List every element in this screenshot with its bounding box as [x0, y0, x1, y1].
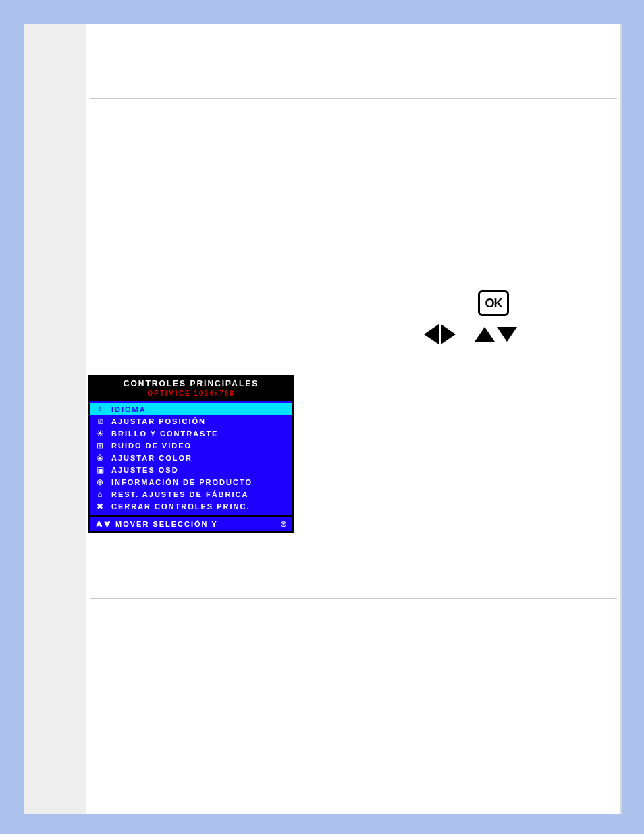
- osd-menu: CONTROLES PRINCIPALES OPTIMICE 1024x768 …: [88, 375, 294, 533]
- osd-item-cerrar-label: CERRAR CONTROLES PRINC.: [111, 502, 250, 511]
- osd-item-ajustar-posicion[interactable]: ⎚AJUSTAR POSICIÓN: [90, 415, 292, 427]
- osd-item-ajustes-osd-icon: ▣: [95, 465, 105, 475]
- osd-item-restaurar-fabrica-label: REST. AJUSTES DE FÁBRICA: [111, 490, 248, 498]
- osd-item-ajustes-osd-label: AJUSTES OSD: [111, 466, 179, 474]
- osd-item-ajustar-color-icon: ❀: [95, 453, 105, 463]
- osd-footer-nav-icon: ⮝⮟: [95, 519, 111, 529]
- osd-item-brillo-contraste-label: BRILLO Y CONTRASTE: [111, 429, 218, 438]
- arrow-left-icon: [424, 324, 439, 344]
- osd-item-ruido-video-label: RUIDO DE VÍDEO: [111, 442, 192, 450]
- osd-item-cerrar-icon: ✖: [95, 502, 105, 511]
- nav-arrows-icon: [424, 324, 517, 344]
- osd-footer-ok-icon: ⊛: [280, 519, 287, 529]
- sidebar: [24, 24, 86, 814]
- osd-item-informacion-producto[interactable]: ⊕INFORMACIÓN DE PRODUCTO: [90, 476, 292, 488]
- osd-footer: ⮝⮟ MOVER SELECCIÓN Y ⊛: [90, 515, 292, 531]
- osd-item-idioma-label: IDIOMA: [111, 405, 146, 413]
- osd-item-ajustar-color[interactable]: ❀AJUSTAR COLOR: [90, 452, 292, 464]
- osd-item-ajustar-color-label: AJUSTAR COLOR: [111, 454, 192, 462]
- osd-item-informacion-producto-icon: ⊕: [95, 477, 105, 487]
- osd-title: CONTROLES PRINCIPALES: [90, 376, 292, 390]
- osd-item-cerrar[interactable]: ✖CERRAR CONTROLES PRINC.: [90, 500, 292, 513]
- osd-item-ruido-video[interactable]: ⊞RUIDO DE VÍDEO: [90, 440, 292, 452]
- up-down-arrows-icon: [475, 327, 517, 342]
- osd-item-idioma-icon: ✧: [95, 405, 105, 414]
- osd-item-ajustar-posicion-label: AJUSTAR POSICIÓN: [111, 417, 206, 425]
- osd-item-brillo-contraste-icon: ☀: [95, 429, 105, 438]
- ok-button-icon: OK: [478, 290, 509, 316]
- osd-footer-text: MOVER SELECCIÓN Y: [115, 520, 218, 528]
- osd-subtitle: OPTIMICE 1024x768: [90, 390, 292, 401]
- osd-item-informacion-producto-label: INFORMACIÓN DE PRODUCTO: [111, 478, 252, 486]
- osd-item-restaurar-fabrica-icon: ⌂: [95, 490, 105, 499]
- osd-item-restaurar-fabrica[interactable]: ⌂REST. AJUSTES DE FÁBRICA: [90, 488, 292, 500]
- left-right-arrows-icon: [424, 324, 456, 344]
- osd-item-brillo-contraste[interactable]: ☀BRILLO Y CONTRASTE: [90, 427, 292, 440]
- arrow-right-icon: [441, 324, 456, 344]
- arrow-down-icon: [497, 327, 517, 342]
- divider-top: [90, 98, 617, 99]
- arrow-up-icon: [475, 327, 495, 342]
- osd-list: ✧IDIOMA⎚AJUSTAR POSICIÓN☀BRILLO Y CONTRA…: [90, 401, 292, 515]
- osd-item-ajustes-osd[interactable]: ▣AJUSTES OSD: [90, 464, 292, 476]
- ok-button-label: OK: [485, 297, 502, 309]
- page-content: OK CONTROLES PRINCIPALES OPTIMICE 1024x7…: [86, 24, 620, 814]
- osd-item-ruido-video-icon: ⊞: [95, 441, 105, 450]
- osd-item-ajustar-posicion-icon: ⎚: [95, 417, 105, 426]
- document-page: OK CONTROLES PRINCIPALES OPTIMICE 1024x7…: [24, 24, 622, 814]
- divider-bottom: [90, 598, 617, 599]
- osd-item-idioma[interactable]: ✧IDIOMA: [90, 403, 292, 415]
